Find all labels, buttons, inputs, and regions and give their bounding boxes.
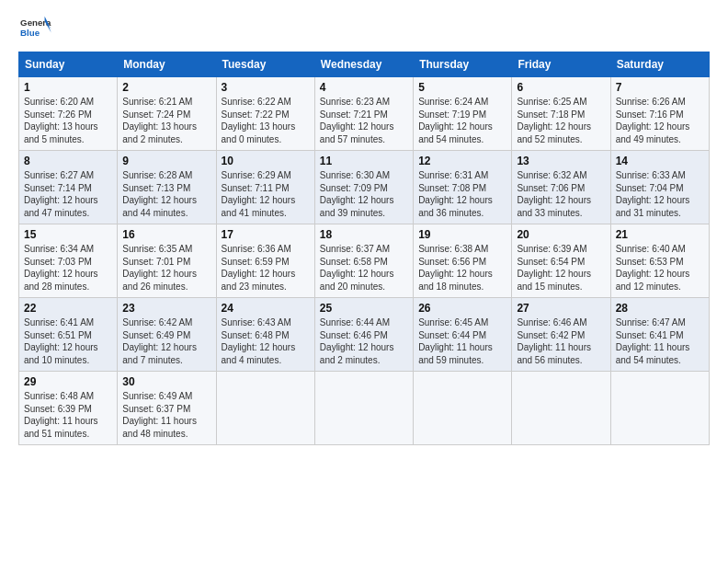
calendar-cell: 4Sunrise: 6:23 AMSunset: 7:21 PMDaylight… — [314, 77, 413, 151]
calendar-cell: 5Sunrise: 6:24 AMSunset: 7:19 PMDaylight… — [414, 77, 512, 151]
calendar-cell: 25Sunrise: 6:44 AMSunset: 6:46 PMDayligh… — [314, 298, 413, 372]
day-number: 6 — [517, 81, 605, 94]
day-details: Sunrise: 6:25 AMSunset: 7:18 PMDaylight:… — [517, 96, 605, 145]
column-header-sunday: Sunday — [19, 52, 118, 77]
day-details: Sunrise: 6:39 AMSunset: 6:54 PMDaylight:… — [517, 243, 605, 293]
calendar-week-row: 22Sunrise: 6:41 AMSunset: 6:51 PMDayligh… — [19, 298, 710, 372]
day-details: Sunrise: 6:23 AMSunset: 7:21 PMDaylight:… — [320, 96, 408, 145]
day-details: Sunrise: 6:22 AMSunset: 7:22 PMDaylight:… — [222, 96, 310, 145]
day-number: 13 — [517, 155, 605, 167]
day-details: Sunrise: 6:47 AMSunset: 6:41 PMDaylight:… — [616, 316, 704, 366]
day-details: Sunrise: 6:35 AMSunset: 7:01 PMDaylight:… — [122, 243, 210, 293]
calendar-week-row: 1Sunrise: 6:20 AMSunset: 7:26 PMDaylight… — [19, 77, 710, 151]
day-details: Sunrise: 6:38 AMSunset: 6:56 PMDaylight:… — [418, 243, 506, 293]
calendar-cell: 8Sunrise: 6:27 AMSunset: 7:14 PMDaylight… — [19, 151, 118, 224]
day-details: Sunrise: 6:43 AMSunset: 6:48 PMDaylight:… — [222, 316, 310, 366]
day-number: 23 — [122, 302, 210, 315]
day-details: Sunrise: 6:41 AMSunset: 6:51 PMDaylight:… — [24, 316, 112, 366]
column-header-monday: Monday — [118, 52, 216, 77]
day-number: 26 — [418, 302, 506, 315]
day-details: Sunrise: 6:33 AMSunset: 7:04 PMDaylight:… — [616, 169, 704, 219]
day-number: 3 — [222, 81, 310, 94]
logo: General Blue — [18, 15, 51, 42]
calendar-cell: 19Sunrise: 6:38 AMSunset: 6:56 PMDayligh… — [414, 224, 512, 298]
calendar-cell — [512, 372, 610, 445]
page-header: General Blue — [18, 15, 710, 42]
calendar-cell: 15Sunrise: 6:34 AMSunset: 7:03 PMDayligh… — [19, 224, 118, 298]
day-details: Sunrise: 6:40 AMSunset: 6:53 PMDaylight:… — [616, 243, 704, 293]
day-details: Sunrise: 6:49 AMSunset: 6:37 PMDaylight:… — [122, 390, 210, 440]
calendar-cell: 28Sunrise: 6:47 AMSunset: 6:41 PMDayligh… — [610, 298, 709, 372]
calendar-week-row: 8Sunrise: 6:27 AMSunset: 7:14 PMDaylight… — [19, 151, 710, 224]
day-details: Sunrise: 6:31 AMSunset: 7:08 PMDaylight:… — [418, 169, 506, 219]
day-number: 20 — [517, 228, 605, 241]
day-details: Sunrise: 6:27 AMSunset: 7:14 PMDaylight:… — [24, 169, 112, 219]
calendar-cell: 10Sunrise: 6:29 AMSunset: 7:11 PMDayligh… — [216, 151, 314, 224]
day-number: 24 — [222, 302, 310, 315]
day-details: Sunrise: 6:21 AMSunset: 7:24 PMDaylight:… — [122, 96, 210, 145]
day-number: 2 — [122, 81, 210, 94]
day-number: 29 — [24, 375, 112, 388]
day-details: Sunrise: 6:30 AMSunset: 7:09 PMDaylight:… — [320, 169, 408, 219]
calendar-table: SundayMondayTuesdayWednesdayThursdayFrid… — [18, 52, 710, 445]
day-number: 12 — [418, 155, 506, 167]
day-number: 28 — [616, 302, 704, 315]
calendar-cell: 29Sunrise: 6:48 AMSunset: 6:39 PMDayligh… — [19, 372, 118, 445]
calendar-cell: 20Sunrise: 6:39 AMSunset: 6:54 PMDayligh… — [512, 224, 610, 298]
calendar-cell: 6Sunrise: 6:25 AMSunset: 7:18 PMDaylight… — [512, 77, 610, 151]
calendar-cell: 12Sunrise: 6:31 AMSunset: 7:08 PMDayligh… — [414, 151, 512, 224]
calendar-cell: 22Sunrise: 6:41 AMSunset: 6:51 PMDayligh… — [19, 298, 118, 372]
calendar-cell: 21Sunrise: 6:40 AMSunset: 6:53 PMDayligh… — [610, 224, 709, 298]
calendar-cell: 18Sunrise: 6:37 AMSunset: 6:58 PMDayligh… — [314, 224, 413, 298]
day-number: 5 — [418, 81, 506, 94]
calendar-cell — [414, 372, 512, 445]
calendar-cell: 7Sunrise: 6:26 AMSunset: 7:16 PMDaylight… — [610, 77, 709, 151]
day-details: Sunrise: 6:42 AMSunset: 6:49 PMDaylight:… — [122, 316, 210, 366]
calendar-body: 1Sunrise: 6:20 AMSunset: 7:26 PMDaylight… — [19, 77, 710, 445]
calendar-cell: 3Sunrise: 6:22 AMSunset: 7:22 PMDaylight… — [216, 77, 314, 151]
calendar-cell: 26Sunrise: 6:45 AMSunset: 6:44 PMDayligh… — [414, 298, 512, 372]
calendar-week-row: 29Sunrise: 6:48 AMSunset: 6:39 PMDayligh… — [19, 372, 710, 445]
column-header-friday: Friday — [512, 52, 610, 77]
day-details: Sunrise: 6:28 AMSunset: 7:13 PMDaylight:… — [122, 169, 210, 219]
calendar-cell: 30Sunrise: 6:49 AMSunset: 6:37 PMDayligh… — [118, 372, 216, 445]
day-number: 14 — [616, 155, 704, 167]
calendar-cell: 14Sunrise: 6:33 AMSunset: 7:04 PMDayligh… — [610, 151, 709, 224]
day-details: Sunrise: 6:45 AMSunset: 6:44 PMDaylight:… — [418, 316, 506, 366]
day-details: Sunrise: 6:46 AMSunset: 6:42 PMDaylight:… — [517, 316, 605, 366]
day-number: 17 — [222, 228, 310, 241]
day-details: Sunrise: 6:37 AMSunset: 6:58 PMDaylight:… — [320, 243, 408, 293]
day-number: 7 — [616, 81, 704, 94]
calendar-cell: 1Sunrise: 6:20 AMSunset: 7:26 PMDaylight… — [19, 77, 118, 151]
calendar-cell — [314, 372, 413, 445]
column-header-wednesday: Wednesday — [314, 52, 413, 77]
day-details: Sunrise: 6:36 AMSunset: 6:59 PMDaylight:… — [222, 243, 310, 293]
day-details: Sunrise: 6:29 AMSunset: 7:11 PMDaylight:… — [222, 169, 310, 219]
day-details: Sunrise: 6:24 AMSunset: 7:19 PMDaylight:… — [418, 96, 506, 145]
day-number: 25 — [320, 302, 408, 315]
day-number: 4 — [320, 81, 408, 94]
day-number: 22 — [24, 302, 112, 315]
day-number: 19 — [418, 228, 506, 241]
logo-icon: General Blue — [18, 15, 51, 42]
day-number: 11 — [320, 155, 408, 167]
calendar-cell: 11Sunrise: 6:30 AMSunset: 7:09 PMDayligh… — [314, 151, 413, 224]
calendar-cell — [216, 372, 314, 445]
day-number: 10 — [222, 155, 310, 167]
day-number: 9 — [122, 155, 210, 167]
column-header-saturday: Saturday — [610, 52, 709, 77]
day-details: Sunrise: 6:34 AMSunset: 7:03 PMDaylight:… — [24, 243, 112, 293]
svg-text:Blue: Blue — [20, 28, 40, 38]
day-number: 15 — [24, 228, 112, 241]
calendar-cell: 23Sunrise: 6:42 AMSunset: 6:49 PMDayligh… — [118, 298, 216, 372]
day-details: Sunrise: 6:44 AMSunset: 6:46 PMDaylight:… — [320, 316, 408, 366]
day-number: 1 — [24, 81, 112, 94]
column-header-tuesday: Tuesday — [216, 52, 314, 77]
calendar-cell: 24Sunrise: 6:43 AMSunset: 6:48 PMDayligh… — [216, 298, 314, 372]
calendar-cell: 17Sunrise: 6:36 AMSunset: 6:59 PMDayligh… — [216, 224, 314, 298]
calendar-cell: 27Sunrise: 6:46 AMSunset: 6:42 PMDayligh… — [512, 298, 610, 372]
day-details: Sunrise: 6:32 AMSunset: 7:06 PMDaylight:… — [517, 169, 605, 219]
day-details: Sunrise: 6:20 AMSunset: 7:26 PMDaylight:… — [24, 96, 112, 145]
day-number: 27 — [517, 302, 605, 315]
calendar-cell — [610, 372, 709, 445]
